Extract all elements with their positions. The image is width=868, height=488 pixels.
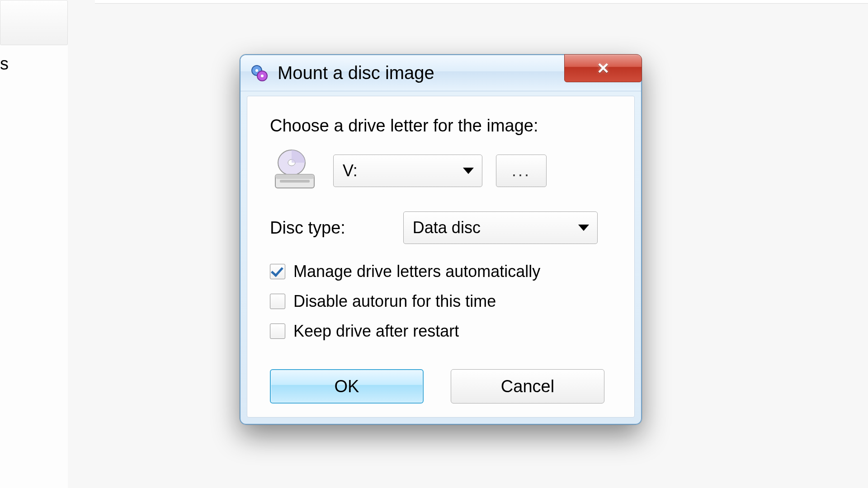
svg-rect-7 <box>275 174 314 179</box>
drive-letter-row: V: ... <box>270 148 612 193</box>
checkbox-icon <box>270 264 285 279</box>
ok-label: OK <box>335 377 359 396</box>
manage-drive-letters-checkbox[interactable]: Manage drive letters automatically <box>270 262 612 281</box>
disc-type-row: Disc type: Data disc <box>270 211 612 244</box>
mount-disc-image-dialog: Mount a disc image ✕ Choose a drive lett… <box>240 54 642 425</box>
bg-left-panel <box>0 0 68 488</box>
disc-type-dropdown[interactable]: Data disc <box>403 211 598 244</box>
drive-letter-value: V: <box>343 161 358 180</box>
checkbox-label: Disable autorun for this time <box>293 292 496 311</box>
browse-button[interactable]: ... <box>496 155 547 187</box>
svg-point-3 <box>261 75 264 77</box>
bg-left-button <box>0 0 68 45</box>
cancel-button[interactable]: Cancel <box>451 369 604 404</box>
cancel-label: Cancel <box>501 377 554 396</box>
disc-type-value: Data disc <box>413 218 481 237</box>
keep-drive-checkbox[interactable]: Keep drive after restart <box>270 322 612 341</box>
checkbox-icon <box>270 324 285 339</box>
chevron-down-icon <box>463 168 474 174</box>
browse-label: ... <box>512 161 531 180</box>
disable-autorun-checkbox[interactable]: Disable autorun for this time <box>270 292 612 311</box>
svg-rect-8 <box>280 180 310 183</box>
checkbox-icon <box>270 294 285 309</box>
checkbox-label: Keep drive after restart <box>293 322 459 341</box>
optical-drive-icon <box>270 148 320 193</box>
close-button[interactable]: ✕ <box>564 54 642 82</box>
bg-left-text-fragment: s <box>0 54 9 74</box>
ok-button[interactable]: OK <box>270 369 424 404</box>
app-disc-icon <box>250 64 269 82</box>
bg-top-strip <box>95 0 868 4</box>
chevron-down-icon <box>578 225 589 231</box>
drive-letter-dropdown[interactable]: V: <box>333 155 482 187</box>
dialog-button-row: OK Cancel <box>270 369 612 404</box>
svg-point-2 <box>255 69 258 72</box>
dialog-client-area: Choose a drive letter for the image: V: … <box>247 96 635 418</box>
disc-type-label: Disc type: <box>270 218 345 238</box>
dialog-titlebar[interactable]: Mount a disc image ✕ <box>241 55 641 91</box>
close-icon: ✕ <box>597 59 609 77</box>
checkbox-label: Manage drive letters automatically <box>293 262 540 281</box>
drive-letter-prompt: Choose a drive letter for the image: <box>270 116 612 136</box>
dialog-title: Mount a disc image <box>278 63 434 83</box>
